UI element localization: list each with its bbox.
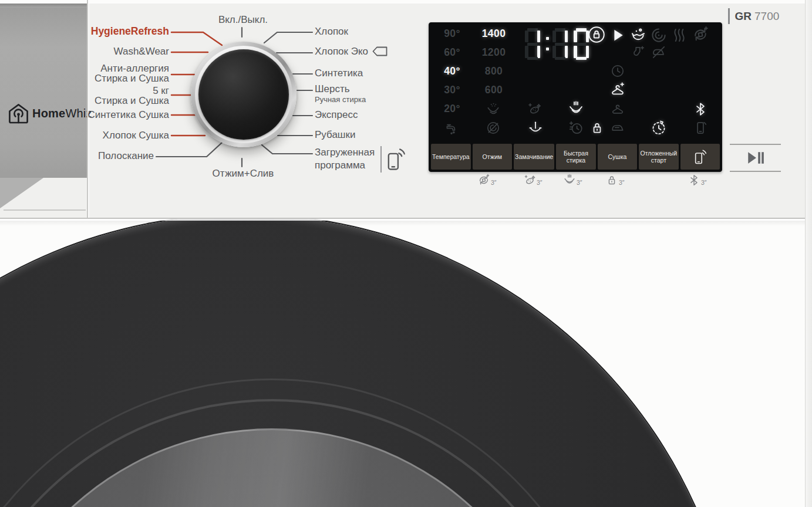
washing-machine-front: HomeWhiz — [0, 0, 812, 507]
drawer-shadow-wedge — [0, 178, 43, 208]
soak-level-icon — [528, 120, 543, 138]
panel-body-seam-highlight — [0, 219, 812, 221]
downloaded-program-separator — [380, 146, 382, 173]
program-label-anti-allergy: Анти-аллергияСтирка и Сушка — [28, 63, 169, 83]
model-badge: GR 7700 — [728, 8, 779, 24]
steam-icon — [671, 26, 688, 46]
remote-phone-icon — [693, 120, 708, 138]
option-button[interactable]: Замачивание — [514, 144, 554, 170]
option-button[interactable]: Температура — [431, 144, 471, 170]
program-label-wash-and-wear: Wash&Wear — [28, 46, 169, 56]
drum-refresh-plus-icon — [692, 26, 709, 46]
add-garment-icon — [631, 45, 646, 62]
play-icon — [609, 26, 626, 46]
child-lock-hold-icon: 3″ — [605, 174, 625, 187]
spin-icon — [650, 26, 668, 46]
phone-wifi-icon — [385, 147, 405, 174]
sprinkle-icon — [486, 102, 501, 119]
time-digit — [552, 28, 568, 60]
model-prefix: GR — [735, 10, 752, 23]
option-buttons: ТемператураОтжимЗамачиваниеБыстрая стирк… — [431, 144, 720, 170]
drying-plus-icon — [609, 82, 626, 100]
option-button[interactable]: Сушка — [598, 144, 637, 170]
drawer-top-edge — [0, 4, 88, 8]
spin-speed-value: 1200 — [477, 46, 511, 59]
program-label-5kg-wash-dry: 5 кгСтирка и Сушка — [28, 86, 169, 106]
tag-icon — [372, 46, 388, 56]
spin-speed-value: 1400 — [477, 28, 511, 40]
program-label-hygienerefresh: HygieneRefresh — [28, 26, 169, 36]
time-clock-icon — [610, 63, 625, 81]
child-lock-icon — [589, 120, 605, 138]
spin-speed-value: 600 — [477, 84, 511, 96]
homewhiz-house-icon — [8, 103, 29, 124]
display-panel: 90°60°40°30°20° 14001200800600 — [429, 22, 722, 172]
dial-knob[interactable] — [198, 49, 289, 140]
wash-icon — [629, 27, 647, 47]
start-button-bottom-line — [730, 171, 781, 172]
option-button[interactable]: Отжим — [473, 144, 512, 170]
cold-wash-faucet-icon — [444, 120, 459, 138]
no-iron-icon — [651, 45, 666, 62]
start-pause-button[interactable] — [730, 144, 781, 172]
soak-icon — [568, 100, 584, 119]
soak-hold-icon: 3″ — [563, 174, 582, 187]
panel-top-edge — [0, 0, 812, 4]
easy-iron-icon — [610, 120, 625, 138]
option-button[interactable]: Отложенный старт — [639, 144, 678, 170]
program-label-synthetics-dry: Синтетика Сушка — [28, 110, 169, 120]
control-panel: HomeWhiz — [0, 0, 812, 218]
spin-speed-value: 800 — [477, 65, 511, 77]
bluetooth-icon — [693, 102, 708, 119]
program-dial[interactable] — [191, 42, 297, 147]
child-lock-circle-icon — [588, 26, 605, 46]
quick-wash-icon — [568, 120, 584, 138]
stain-removal-icon — [527, 102, 542, 119]
start-button-top-line — [730, 144, 781, 145]
drawer-groove-line — [4, 209, 86, 211]
time-colon — [546, 28, 550, 60]
time-digit — [574, 28, 589, 60]
program-label-cotton-dry: Хлопок Сушка — [28, 130, 169, 140]
drying-icon — [610, 102, 625, 119]
machine-body — [0, 218, 812, 507]
power-label: Вкл./Выкл. — [195, 15, 291, 25]
right-edge-strip — [806, 0, 812, 507]
no-spin-icon — [486, 120, 501, 138]
drum-refresh-plus-hold-icon: 3″ — [477, 174, 497, 187]
remote-start-button[interactable] — [680, 144, 720, 170]
bluetooth-hold-icon: 3″ — [688, 174, 707, 187]
spin-drain-label: Отжим+Слив — [195, 168, 291, 178]
program-label-rinse: Полоскание — [28, 151, 154, 161]
option-button[interactable]: Быстрая стирка — [556, 144, 595, 170]
delayed-start-icon — [651, 120, 667, 138]
time-digit — [525, 28, 540, 60]
time-display — [525, 28, 591, 60]
play-pause-icon — [745, 149, 765, 167]
model-badge-bar — [728, 8, 730, 24]
model-number: 7700 — [754, 10, 779, 23]
stain-removal-hold-icon: 3″ — [523, 174, 543, 187]
